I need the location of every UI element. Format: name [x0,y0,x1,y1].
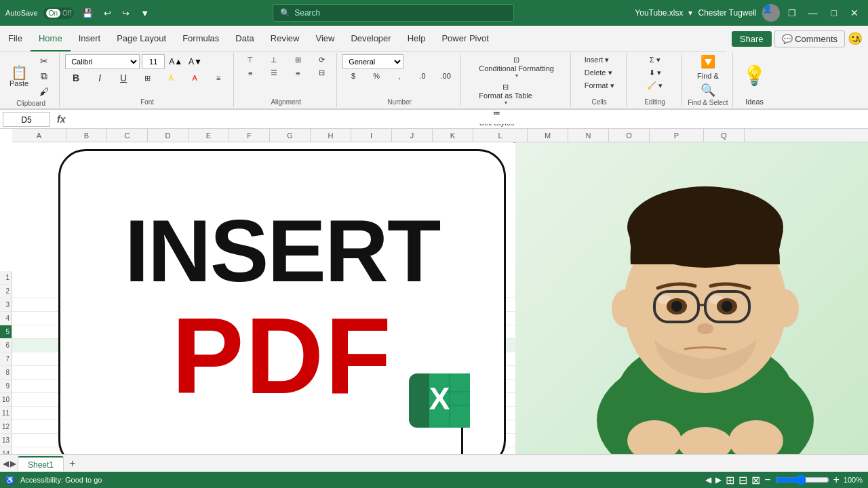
row-2[interactable]: 2 [0,285,12,298]
share-button[interactable]: Share [732,31,772,47]
collapse-ribbon-button[interactable]: ∧ [850,26,865,52]
col-hdr-i[interactable]: I [351,129,392,142]
tab-page-layout[interactable]: Page Layout [108,26,174,52]
tab-view[interactable]: View [307,26,342,52]
decrease-font-button[interactable]: A▼ [186,56,204,67]
format-cells-button[interactable]: Format ▾ [582,80,617,92]
conditional-formatting-button[interactable]: ⊡ Conditional Formatting ▾ [476,54,557,80]
row-8[interactable]: 8 [0,366,12,380]
italic-button[interactable]: I [89,71,111,85]
scroll-right-button[interactable]: ▶ [715,475,722,485]
wrap-button[interactable]: ≡ [208,73,229,83]
row-1[interactable]: 1 [0,271,12,285]
col-hdr-d[interactable]: D [148,129,189,142]
align-bottom-button[interactable]: ⊞ [287,54,309,66]
find-replace-button[interactable]: Find & [694,70,722,81]
cut-button[interactable]: ✂ [33,54,55,68]
tab-review[interactable]: Review [262,26,308,52]
font-size-input[interactable] [142,54,165,69]
function-icon[interactable]: fx [53,114,69,125]
text-direction-button[interactable]: ⟳ [311,54,332,66]
percent-button[interactable]: % [366,70,387,81]
increase-font-button[interactable]: A▲ [167,56,184,67]
col-hdr-g[interactable]: G [270,129,311,142]
tab-power-pivot[interactable]: Power Pivot [433,26,496,52]
row-9[interactable]: 9 [0,380,12,393]
minimize-button[interactable]: — [804,6,822,20]
row-13[interactable]: 13 [0,434,12,447]
undo-button[interactable]: ↩ [101,7,114,20]
redo-button[interactable]: ↪ [119,7,132,20]
sheet-next-button[interactable]: ▶ [10,459,16,468]
page-break-icon[interactable]: ⊠ [751,474,760,487]
delete-cells-button[interactable]: Delete ▾ [582,67,615,79]
font-color-button[interactable]: A [184,73,205,83]
underline-button[interactable]: U [113,71,134,85]
align-middle-button[interactable]: ⊥ [263,54,285,66]
col-hdr-j[interactable]: J [392,129,433,142]
cell-reference[interactable]: D5 [3,112,50,127]
row-11[interactable]: 11 [0,407,12,420]
tab-formulas[interactable]: Formulas [174,26,227,52]
zoom-out-button[interactable]: − [764,474,770,486]
sheet-tab-sheet1[interactable]: Sheet1 [18,456,64,471]
fill-color-button[interactable]: A [160,73,182,83]
zoom-slider[interactable] [775,474,829,485]
ideas-group[interactable]: 💡 Ideas [734,53,775,107]
align-top-button[interactable]: ⊤ [239,54,261,66]
close-button[interactable]: ✕ [846,6,863,20]
format-painter-button[interactable]: 🖌 [33,85,55,98]
col-hdr-l[interactable]: L [473,129,528,142]
normal-view-icon[interactable]: ⊞ [726,474,734,487]
restore-button[interactable]: ❐ [785,7,799,20]
format-as-table-button[interactable]: ⊟ Format as Table ▾ [476,81,535,107]
row-6[interactable]: 6 [0,339,12,352]
col-hdr-a[interactable]: A [12,129,66,142]
row-4[interactable]: 4 [0,312,12,325]
autosum-button[interactable]: Σ ▾ [644,54,666,66]
col-hdr-k[interactable]: K [433,129,473,142]
tab-insert[interactable]: Insert [71,26,109,52]
insert-cells-button[interactable]: Insert ▾ [582,54,612,66]
col-hdr-e[interactable]: E [189,129,229,142]
align-left-button[interactable]: ≡ [239,67,261,79]
col-hdr-b[interactable]: B [66,129,107,142]
tab-file[interactable]: File [0,26,31,52]
tab-data[interactable]: Data [227,26,262,52]
col-hdr-c[interactable]: C [107,129,148,142]
scroll-left-button[interactable]: ◀ [705,475,711,485]
search-box[interactable]: 🔍 Search [273,4,514,22]
col-hdr-q[interactable]: Q [704,129,745,142]
row-7[interactable]: 7 [0,352,12,366]
row-12[interactable]: 12 [0,420,12,434]
zoom-in-button[interactable]: + [833,474,840,486]
currency-button[interactable]: $ [342,70,364,81]
col-hdr-m[interactable]: M [528,129,568,142]
maximize-button[interactable]: □ [827,6,841,20]
number-format-select[interactable]: General [342,54,403,69]
sheet-prev-button[interactable]: ◀ [3,459,9,468]
paste-button[interactable]: 📋 Paste [7,64,31,89]
tab-help[interactable]: Help [399,26,434,52]
tab-developer[interactable]: Developer [342,26,399,52]
bold-button[interactable]: B [65,71,87,85]
increase-decimal-button[interactable]: .00 [435,70,456,81]
tab-home[interactable]: Home [31,26,71,52]
font-name-select[interactable]: Calibri [65,54,140,69]
row-3[interactable]: 3 [0,298,12,312]
align-right-button[interactable]: ≡ [287,67,309,79]
col-hdr-p[interactable]: P [650,129,704,142]
customize-button[interactable]: ▼ [138,7,152,20]
page-layout-icon[interactable]: ⊟ [738,474,747,487]
copy-button[interactable]: ⧉ [33,69,55,83]
col-hdr-n[interactable]: N [568,129,609,142]
border-button[interactable]: ⊞ [136,73,158,84]
filename-dropdown[interactable]: ▾ [688,8,692,18]
formula-input[interactable] [72,115,865,124]
merge-button[interactable]: ⊟ [311,67,332,79]
row-10[interactable]: 10 [0,393,12,407]
autosave-toggle[interactable]: On Off [43,7,75,19]
decrease-decimal-button[interactable]: .0 [412,70,433,81]
fill-button[interactable]: ⬇ ▾ [644,67,666,79]
col-hdr-o[interactable]: O [609,129,650,142]
